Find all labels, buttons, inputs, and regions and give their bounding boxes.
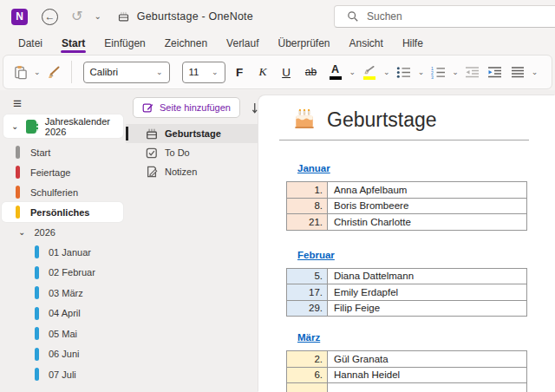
notebook-label: Jahreskalender 2026 xyxy=(45,116,123,137)
section-label: Persönliches xyxy=(30,207,89,218)
day-cell[interactable]: 2. xyxy=(287,351,328,368)
month-heading-link[interactable]: Januar xyxy=(297,163,330,173)
page-item-geburtstage[interactable]: Geburtstage xyxy=(126,124,258,143)
menu-start[interactable]: Start xyxy=(52,35,95,52)
add-page-button[interactable]: Seite hinzufügen xyxy=(133,97,240,118)
day-cell[interactable]: 21. xyxy=(287,214,328,231)
decrease-indent-icon[interactable] xyxy=(464,60,481,84)
hamburger-icon[interactable]: ≡ xyxy=(13,95,22,113)
page-item-todo[interactable]: To Do xyxy=(126,143,258,162)
font-name-select[interactable]: Calibri ⌄ xyxy=(83,62,170,83)
table-row[interactable]: 21. Christin Charlotte xyxy=(287,214,527,231)
birthday-table-februar[interactable]: 5. Diana Dattelmann 17. Emily Erdapfel 2… xyxy=(286,268,527,317)
table-row[interactable]: 2. Gül Granata xyxy=(287,351,527,368)
quick-access-chevron-icon[interactable]: ⌄ xyxy=(94,12,101,21)
table-row[interactable]: 6. Hannah Heidel xyxy=(287,367,527,383)
section-item-start[interactable]: Start xyxy=(0,142,126,162)
bold-button[interactable]: F xyxy=(231,66,249,79)
month-heading-link[interactable]: Februar xyxy=(297,250,335,260)
paste-icon[interactable] xyxy=(11,60,29,84)
day-cell[interactable] xyxy=(287,383,328,392)
day-cell[interactable]: 5. xyxy=(287,268,328,284)
day-cell[interactable]: 17. xyxy=(287,284,328,301)
undo-icon[interactable]: ↺ xyxy=(71,10,82,23)
menu-einfuegen[interactable]: Einfügen xyxy=(95,35,154,52)
numbered-list-icon[interactable]: 1 2 3 xyxy=(429,60,447,84)
search-input[interactable] xyxy=(367,10,514,23)
font-name-value: Calibri xyxy=(90,67,119,77)
section-item-07-juli[interactable]: 07 Juli xyxy=(0,364,126,385)
highlighter-button[interactable] xyxy=(361,65,378,80)
align-chevron-icon[interactable]: ⌄ xyxy=(532,69,539,76)
month-heading-link[interactable]: März xyxy=(297,332,320,343)
name-cell[interactable] xyxy=(328,383,527,392)
section-item-02-februar[interactable]: 02 Februar xyxy=(0,263,126,284)
table-row[interactable]: 17. Emily Erdapfel xyxy=(287,284,527,301)
notebook-item[interactable]: ⌄ Jahreskalender 2026 xyxy=(3,114,123,138)
month-section-februar: Februar 5. Diana Dattelmann 17. Emily Er… xyxy=(279,231,555,317)
table-row[interactable]: 29. Filip Feige xyxy=(287,300,527,317)
table-row[interactable]: 8. Boris Brombeere xyxy=(287,198,527,214)
section-item-feiertage[interactable]: Feiertage xyxy=(0,162,126,182)
page-canvas[interactable]: Geburtstage Januar 1. Anna Apfelbaum 8. … xyxy=(258,95,555,392)
month-section-maerz: März 2. Gül Granata 6. Hannah Heidel xyxy=(279,317,555,392)
chevron-down-icon[interactable]: ⌄ xyxy=(18,227,25,237)
highlighter-chevron-icon[interactable]: ⌄ xyxy=(383,69,390,76)
strikethrough-button[interactable]: ab xyxy=(301,66,322,78)
name-cell[interactable]: Filip Feige xyxy=(328,300,527,317)
search-box[interactable] xyxy=(334,5,555,28)
section-item-schulferien[interactable]: Schulferien xyxy=(0,182,126,202)
titlebar: N ← ↺ ⌄ Geburtstage - OneNote xyxy=(0,0,555,33)
notebook-icon xyxy=(26,120,36,134)
name-cell[interactable]: Boris Brombeere xyxy=(328,198,527,214)
font-color-button[interactable]: A xyxy=(327,64,344,80)
chevron-down-icon[interactable]: ⌄ xyxy=(11,121,18,131)
bullet-list-chevron-icon[interactable]: ⌄ xyxy=(418,69,425,76)
menu-zeichnen[interactable]: Zeichnen xyxy=(155,35,217,52)
day-cell[interactable]: 8. xyxy=(287,198,328,214)
section-item-05-mai[interactable]: 05 Mai xyxy=(0,323,126,344)
font-color-chevron-icon[interactable]: ⌄ xyxy=(349,69,356,76)
menu-verlauf[interactable]: Verlauf xyxy=(217,35,268,52)
font-size-select[interactable]: 11 ⌄ xyxy=(182,62,225,83)
section-group-2026[interactable]: ⌄ 2026 xyxy=(0,222,126,242)
birthday-table-maerz[interactable]: 2. Gül Granata 6. Hannah Heidel xyxy=(286,350,527,392)
birthday-table-januar[interactable]: 1. Anna Apfelbaum 8. Boris Brombeere 21.… xyxy=(286,181,527,231)
table-row[interactable]: 1. Anna Apfelbaum xyxy=(287,182,527,199)
page-item-notizen[interactable]: Notizen xyxy=(126,162,258,181)
italic-button[interactable]: K xyxy=(254,65,272,79)
name-cell[interactable]: Anna Apfelbaum xyxy=(328,182,527,199)
onenote-window: N ← ↺ ⌄ Geburtstage - OneNote Datei Star… xyxy=(0,0,555,392)
section-item-persoenliches[interactable]: Persönliches xyxy=(2,202,123,222)
increase-indent-icon[interactable] xyxy=(486,60,504,84)
menu-ueberpruefen[interactable]: Überprüfen xyxy=(268,35,339,52)
numbered-list-chevron-icon[interactable]: ⌄ xyxy=(452,69,459,76)
paste-chevron-icon[interactable]: ⌄ xyxy=(34,69,41,76)
name-cell[interactable]: Christin Charlotte xyxy=(328,214,527,231)
bullet-list-icon[interactable] xyxy=(395,60,413,84)
menu-datei[interactable]: Datei xyxy=(9,35,52,52)
section-label: 05 Mai xyxy=(49,329,77,339)
page-title-row: Geburtstage xyxy=(293,106,555,134)
day-cell[interactable]: 29. xyxy=(287,300,328,317)
name-cell[interactable]: Diana Dattelmann xyxy=(328,268,527,284)
day-cell[interactable]: 6. xyxy=(287,367,328,383)
page-title[interactable]: Geburtstage xyxy=(327,108,437,132)
section-item-01-januar[interactable]: 01 Januar xyxy=(0,242,126,263)
underline-button[interactable]: U xyxy=(278,66,296,79)
name-cell[interactable]: Gül Granata xyxy=(328,351,527,368)
align-icon[interactable] xyxy=(509,60,526,84)
window-title: Geburtstage - OneNote xyxy=(137,10,253,23)
table-row[interactable]: 5. Diana Dattelmann xyxy=(287,268,527,284)
back-icon[interactable]: ← xyxy=(42,9,58,25)
section-item-03-maerz[interactable]: 03 März xyxy=(0,283,126,304)
name-cell[interactable]: Hannah Heidel xyxy=(328,367,527,383)
table-row[interactable] xyxy=(287,383,527,392)
menu-ansicht[interactable]: Ansicht xyxy=(340,35,393,52)
day-cell[interactable]: 1. xyxy=(287,182,328,199)
section-item-06-juni[interactable]: 06 Juni xyxy=(0,344,126,365)
menu-hilfe[interactable]: Hilfe xyxy=(393,35,433,52)
format-painter-icon[interactable] xyxy=(46,60,63,84)
section-item-04-april[interactable]: 04 April xyxy=(0,304,126,324)
name-cell[interactable]: Emily Erdapfel xyxy=(328,284,527,301)
